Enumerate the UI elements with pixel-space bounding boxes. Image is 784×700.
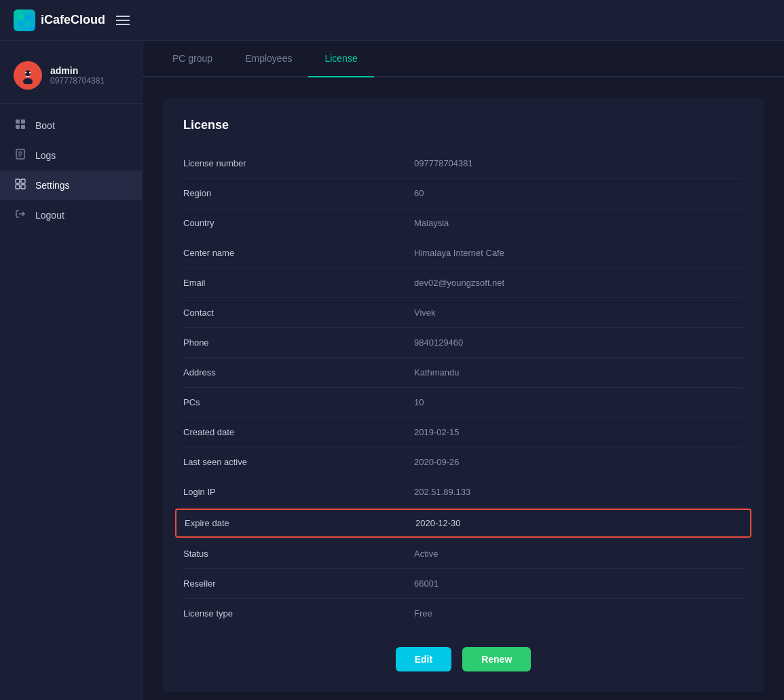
label-center-name: Center name <box>183 248 414 258</box>
value-center-name: Himalaya Internet Cafe <box>414 248 504 258</box>
actions: Edit Renew <box>183 647 743 671</box>
license-row-login-ip: Login IP202.51.89.133 <box>183 477 743 507</box>
license-row-license-type: License typeFree <box>183 599 743 628</box>
value-region: 60 <box>414 188 424 198</box>
hamburger-menu[interactable] <box>116 16 130 25</box>
value-phone: 9840129460 <box>414 337 463 348</box>
svg-rect-19 <box>16 185 20 189</box>
value-contact: Vivek <box>414 308 436 318</box>
svg-rect-11 <box>16 125 20 129</box>
label-last-seen: Last seen active <box>183 457 414 467</box>
svg-rect-17 <box>16 179 20 183</box>
value-created-date: 2019-02-15 <box>414 427 460 437</box>
value-pcs: 10 <box>414 397 424 407</box>
license-row-pcs: PCs10 <box>183 388 743 418</box>
license-row-status: StatusActive <box>183 539 743 569</box>
value-email: dev02@youngzsoft.net <box>414 278 504 288</box>
svg-point-7 <box>25 72 26 73</box>
license-card: License License number097778704381Region… <box>163 98 764 692</box>
sidebar-item-logs[interactable]: Logs <box>0 141 142 170</box>
logout-label: Logout <box>35 210 64 221</box>
value-reseller: 66001 <box>414 578 438 589</box>
value-country: Malaysia <box>414 218 449 228</box>
value-license-type: Free <box>414 608 432 619</box>
license-container: License License number097778704381Region… <box>143 77 784 700</box>
label-login-ip: Login IP <box>183 487 414 497</box>
boot-icon <box>14 119 27 132</box>
svg-rect-1 <box>25 14 31 20</box>
value-license-number: 097778704381 <box>414 158 473 168</box>
license-row-contact: ContactVivek <box>183 298 743 328</box>
username: admin <box>50 65 105 76</box>
label-pcs: PCs <box>183 397 414 407</box>
value-status: Active <box>414 549 438 559</box>
label-country: Country <box>183 218 414 228</box>
license-row-license-number: License number097778704381 <box>183 149 743 179</box>
license-title: License <box>183 118 743 132</box>
logo-icon <box>14 10 35 31</box>
svg-rect-9 <box>16 119 20 124</box>
label-created-date: Created date <box>183 427 414 437</box>
label-reseller: Reseller <box>183 578 414 589</box>
svg-rect-0 <box>18 14 24 20</box>
sidebar-item-logout[interactable]: Logout <box>0 200 142 230</box>
license-row-region: Region60 <box>183 179 743 208</box>
user-section: admin 097778704381 <box>0 54 142 104</box>
tabs-bar: PC group Employees License <box>143 41 784 77</box>
user-info: admin 097778704381 <box>50 65 105 86</box>
svg-rect-2 <box>18 21 24 26</box>
label-address: Address <box>183 367 414 377</box>
label-region: Region <box>183 188 414 198</box>
logo-text: iCafeCloud <box>41 13 105 27</box>
sidebar-item-boot[interactable]: Boot <box>0 111 142 141</box>
label-email: Email <box>183 278 414 288</box>
license-row-reseller: Reseller66001 <box>183 569 743 599</box>
content: PC group Employees License License Licen… <box>143 41 784 700</box>
boot-label: Boot <box>35 120 55 131</box>
license-row-last-seen: Last seen active2020-09-26 <box>183 447 743 477</box>
label-expire-date: Expire date <box>185 518 415 528</box>
license-row-email: Emaildev02@youngzsoft.net <box>183 268 743 298</box>
label-status: Status <box>183 549 414 559</box>
svg-rect-10 <box>21 119 25 124</box>
label-license-type: License type <box>183 608 414 619</box>
tab-pc-group[interactable]: PC group <box>156 41 229 77</box>
logout-icon <box>14 208 27 222</box>
license-row-created-date: Created date2019-02-15 <box>183 418 743 447</box>
topbar: iCafeCloud <box>0 0 784 41</box>
svg-rect-18 <box>21 179 25 183</box>
label-phone: Phone <box>183 337 414 348</box>
sidebar: admin 097778704381 Boot <box>0 41 143 700</box>
label-license-number: License number <box>183 158 414 168</box>
settings-label: Settings <box>35 180 70 191</box>
license-row-country: CountryMalaysia <box>183 208 743 238</box>
license-row-phone: Phone9840129460 <box>183 328 743 358</box>
logs-label: Logs <box>35 150 56 161</box>
edit-button[interactable]: Edit <box>396 647 451 671</box>
svg-rect-12 <box>21 125 25 129</box>
value-login-ip: 202.51.89.133 <box>414 487 470 497</box>
user-id: 097778704381 <box>50 76 105 86</box>
tab-license[interactable]: License <box>308 41 373 77</box>
value-expire-date: 2020-12-30 <box>415 518 461 528</box>
license-rows: License number097778704381Region60Countr… <box>183 149 743 628</box>
label-contact: Contact <box>183 308 414 318</box>
avatar <box>14 61 42 90</box>
license-row-expire-date: Expire date2020-12-30 <box>175 509 751 538</box>
sidebar-item-settings[interactable]: Settings <box>0 170 142 200</box>
license-row-center-name: Center nameHimalaya Internet Cafe <box>183 238 743 268</box>
tab-employees[interactable]: Employees <box>229 41 308 77</box>
svg-point-8 <box>29 72 31 73</box>
value-last-seen: 2020-09-26 <box>414 457 460 467</box>
settings-icon <box>14 179 27 192</box>
svg-rect-20 <box>21 185 25 189</box>
svg-rect-3 <box>25 21 31 26</box>
license-row-address: AddressKathmandu <box>183 358 743 388</box>
logo: iCafeCloud <box>14 10 105 31</box>
value-address: Kathmandu <box>414 367 460 377</box>
logs-icon <box>14 149 27 162</box>
renew-button[interactable]: Renew <box>462 647 531 671</box>
